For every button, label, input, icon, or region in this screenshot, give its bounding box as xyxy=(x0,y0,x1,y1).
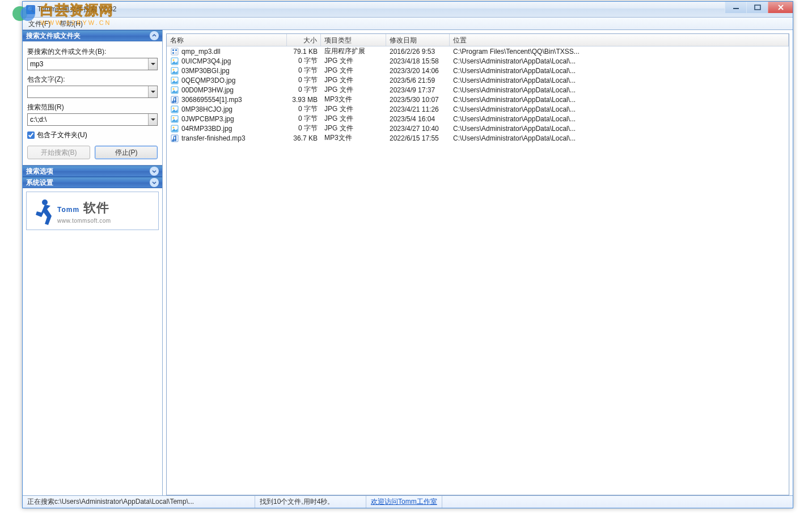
file-name: 0QEQMP3DO.jpg xyxy=(181,77,235,84)
listview-header[interactable]: 名称 大小 项目类型 修改日期 位置 xyxy=(167,34,789,46)
file-name: 3068695554[1].mp3 xyxy=(181,96,242,104)
status-link[interactable]: 欢迎访问Tomm工作室 xyxy=(371,497,437,507)
chevron-down-icon xyxy=(150,167,159,176)
app-window: Tomm闪电文件搜索 V2.32 文件(F) 帮助(H) 搜索文件或文件夹 要搜… xyxy=(22,1,793,508)
mp3-file-icon xyxy=(170,95,179,104)
jpg-file-icon xyxy=(170,66,179,75)
minimize-button[interactable] xyxy=(725,2,746,13)
dll-file-icon xyxy=(170,47,179,56)
window-title: Tomm闪电文件搜索 V2.32 xyxy=(37,5,116,14)
col-type[interactable]: 项目类型 xyxy=(321,34,386,46)
file-name: 03MP30BGI.jpg xyxy=(181,67,230,75)
file-type: JPG 文件 xyxy=(321,75,386,85)
brand-name: Tomm 软件 xyxy=(57,202,109,214)
file-type: JPG 文件 xyxy=(321,114,386,124)
col-size[interactable]: 大小 xyxy=(287,34,321,46)
jpg-file-icon xyxy=(170,105,179,114)
contains-dropdown-icon[interactable] xyxy=(148,86,157,97)
file-type: JPG 文件 xyxy=(321,124,386,133)
file-location: C:\Users\Administrator\AppData\Local\... xyxy=(450,86,789,94)
file-name: 04RMP33BD.jpg xyxy=(181,125,232,133)
target-dropdown-icon[interactable] xyxy=(148,58,157,70)
status-link-seg: 欢迎访问Tomm工作室 xyxy=(366,496,442,508)
svg-point-11 xyxy=(173,59,175,61)
label-contains: 包含文字(Z): xyxy=(27,75,158,84)
file-date: 2016/2/26 9:53 xyxy=(386,48,450,56)
file-name: 0UICMP3Q4.jpg xyxy=(181,57,231,65)
panel-options-header[interactable]: 搜索选项 xyxy=(23,165,162,177)
col-date[interactable]: 修改日期 xyxy=(386,34,450,46)
table-row[interactable]: qmp_mp3.dll79.1 KB应用程序扩展2016/2/26 9:53C:… xyxy=(167,46,789,56)
svg-rect-3 xyxy=(755,5,760,10)
table-row[interactable]: 0UICMP3Q4.jpg0 字节JPG 文件2023/4/18 15:58C:… xyxy=(167,56,789,66)
contains-input[interactable] xyxy=(28,86,148,97)
file-date: 2023/5/30 10:07 xyxy=(386,96,450,104)
file-size: 3.93 MB xyxy=(287,96,321,104)
chevron-down-icon xyxy=(150,178,159,187)
jpg-file-icon xyxy=(170,124,179,133)
start-search-button[interactable]: 开始搜索(B) xyxy=(27,146,90,159)
svg-point-13 xyxy=(173,69,175,70)
close-button[interactable] xyxy=(768,2,793,13)
file-name: qmp_mp3.dll xyxy=(181,48,221,56)
scope-dropdown-icon[interactable] xyxy=(148,114,157,125)
panel-search-header[interactable]: 搜索文件或文件夹 xyxy=(23,30,162,41)
maximize-button[interactable] xyxy=(746,2,768,13)
col-name[interactable]: 名称 xyxy=(167,34,287,46)
file-date: 2023/5/4 16:04 xyxy=(386,115,450,123)
scope-input[interactable] xyxy=(28,114,148,125)
subfolders-row[interactable]: 包含子文件夹(U) xyxy=(27,130,158,140)
stop-button[interactable]: 停止(P) xyxy=(95,146,158,159)
window-controls xyxy=(725,2,793,13)
jpg-file-icon xyxy=(170,86,179,95)
svg-point-20 xyxy=(173,107,175,109)
file-size: 79.1 KB xyxy=(287,48,321,56)
col-location[interactable]: 位置 xyxy=(450,34,789,46)
file-type: 应用程序扩展 xyxy=(321,46,386,56)
table-row[interactable]: 0MP38HCJO.jpg0 字节JPG 文件2023/4/21 11:26C:… xyxy=(167,104,789,114)
svg-point-4 xyxy=(42,199,48,205)
mp3-file-icon xyxy=(170,134,179,143)
file-size: 0 字节 xyxy=(287,85,321,95)
menu-file[interactable]: 文件(F) xyxy=(24,18,55,29)
table-row[interactable]: 0JWPCBMP3.jpg0 字节JPG 文件2023/5/4 16:04C:\… xyxy=(167,114,789,124)
file-type: JPG 文件 xyxy=(321,56,386,66)
svg-rect-7 xyxy=(172,52,174,54)
file-date: 2023/3/20 14:06 xyxy=(386,67,450,75)
file-location: C:\Program Files\Tencent\QQ\Bin\TXSS... xyxy=(450,48,789,56)
file-size: 0 字节 xyxy=(287,114,321,124)
table-row[interactable]: 0QEQMP3DO.jpg0 字节JPG 文件2023/5/6 21:59C:\… xyxy=(167,75,789,85)
brand-url: www.tommsoft.com xyxy=(57,218,111,224)
button-row: 开始搜索(B) 停止(P) xyxy=(27,146,158,159)
file-location: C:\Users\Administrator\AppData\Local\... xyxy=(450,77,789,84)
file-location: C:\Users\Administrator\AppData\Local\... xyxy=(450,96,789,104)
file-location: C:\Users\Administrator\AppData\Local\... xyxy=(450,105,789,113)
file-date: 2023/4/27 10:40 xyxy=(386,125,450,133)
svg-point-15 xyxy=(173,78,175,80)
panel-system-title: 系统设置 xyxy=(26,178,53,188)
file-location: C:\Users\Administrator\AppData\Local\... xyxy=(450,57,789,65)
table-row[interactable]: 3068695554[1].mp33.93 MBMP3文件2023/5/30 1… xyxy=(167,95,789,104)
subfolders-checkbox[interactable] xyxy=(27,131,35,139)
contains-combo[interactable] xyxy=(27,86,158,98)
scope-combo[interactable] xyxy=(27,113,158,126)
target-combo[interactable] xyxy=(27,58,158,70)
label-scope: 搜索范围(R) xyxy=(27,103,158,112)
table-row[interactable]: 00D0MP3HW.jpg0 字节JPG 文件2023/4/9 17:37C:\… xyxy=(167,85,789,95)
file-type: JPG 文件 xyxy=(321,104,386,114)
results-listview[interactable]: 名称 大小 项目类型 修改日期 位置 qmp_mp3.dll79.1 KB应用程… xyxy=(166,33,789,495)
titlebar[interactable]: Tomm闪电文件搜索 V2.32 xyxy=(23,2,793,18)
file-date: 2023/4/21 11:26 xyxy=(386,105,450,113)
file-name: 0JWPCBMP3.jpg xyxy=(181,115,234,123)
table-row[interactable]: 04RMP33BD.jpg0 字节JPG 文件2023/4/27 10:40C:… xyxy=(167,124,789,133)
target-input[interactable] xyxy=(28,58,148,70)
menu-help[interactable]: 帮助(H) xyxy=(55,18,87,29)
panel-system-header[interactable]: 系统设置 xyxy=(23,177,162,188)
panel-search-title: 搜索文件或文件夹 xyxy=(26,31,81,41)
listview-body[interactable]: qmp_mp3.dll79.1 KB应用程序扩展2016/2/26 9:53C:… xyxy=(167,46,789,495)
table-row[interactable]: transfer-finished.mp336.7 KBMP3文件2022/6/… xyxy=(167,133,789,143)
svg-point-24 xyxy=(173,126,175,128)
file-date: 2023/5/6 21:59 xyxy=(386,77,450,84)
brand-box: Tomm 软件 www.tommsoft.com xyxy=(26,192,159,230)
table-row[interactable]: 03MP30BGI.jpg0 字节JPG 文件2023/3/20 14:06C:… xyxy=(167,66,789,75)
